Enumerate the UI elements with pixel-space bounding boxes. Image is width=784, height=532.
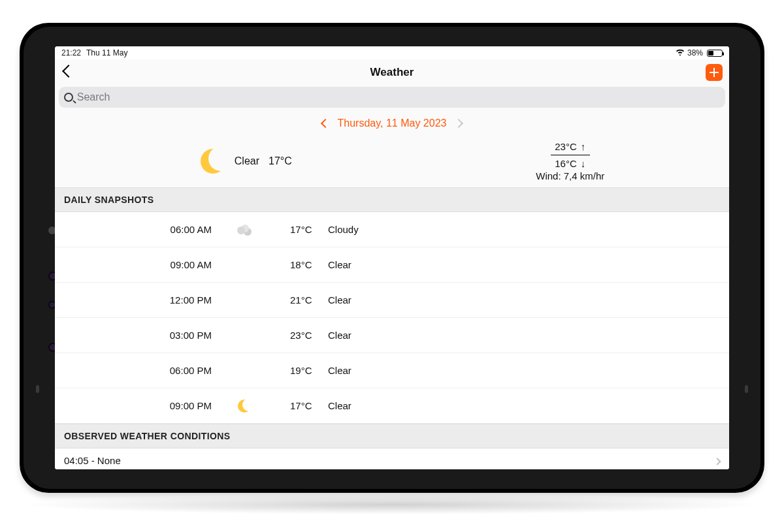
snapshot-condition: Clear [325, 365, 720, 376]
search-icon [64, 93, 73, 102]
snapshot-time: 09:00 PM [55, 400, 218, 411]
status-time: 21:22 [61, 48, 81, 57]
tablet-bezel: 21:22 Thu 11 May 38% Weather [20, 23, 764, 493]
snapshot-condition: Clear [325, 330, 720, 341]
summary-low: 16°C [555, 158, 577, 169]
content: Thursday, 11 May 2023 Clear 17°C 23°C [55, 112, 729, 469]
snapshot-temp: 21°C [290, 294, 325, 305]
observed-row-label: 04:05 - None [64, 455, 121, 466]
snapshot-condition: Clear [325, 294, 720, 305]
battery-percent: 38% [687, 48, 703, 57]
snapshot-row[interactable]: 09:00 AM18°CClear [55, 247, 729, 283]
date-label[interactable]: Thursday, 11 May 2023 [338, 117, 447, 129]
snapshot-temp: 18°C [290, 259, 325, 270]
side-button [745, 385, 748, 393]
snapshot-temp: 23°C [290, 330, 325, 341]
search-container [55, 86, 729, 112]
snapshot-row[interactable]: 03:00 PM23°CClear [55, 318, 729, 353]
page-title: Weather [55, 66, 729, 79]
divider [551, 155, 590, 155]
moon-icon [238, 399, 251, 413]
status-date: Thu 11 May [86, 48, 127, 57]
snapshot-temp: 17°C [290, 224, 325, 235]
snapshot-time: 03:00 PM [55, 330, 218, 341]
snapshot-time: 09:00 AM [55, 259, 218, 270]
snapshot-list: 06:00 AM17°CCloudy09:00 AM18°CClear12:00… [55, 212, 729, 424]
battery-icon [707, 50, 723, 57]
camera-icon [50, 302, 55, 307]
section-header-observed: OBSERVED WEATHER CONDITIONS [55, 424, 729, 448]
search-input[interactable] [77, 91, 720, 103]
snapshot-time: 12:00 PM [55, 294, 218, 305]
chevron-right-icon [713, 458, 721, 465]
snapshot-condition: Clear [325, 259, 720, 270]
summary-temp: 17°C [269, 155, 292, 167]
summary-wind: Wind: 7,4 km/hr [536, 170, 604, 181]
observed-row[interactable]: 04:05 - None [55, 448, 729, 469]
moon-icon [201, 149, 225, 174]
screen: 21:22 Thu 11 May 38% Weather [55, 46, 729, 469]
snapshot-row[interactable]: 12:00 PM21°CClear [55, 283, 729, 318]
status-bar: 21:22 Thu 11 May 38% [55, 46, 729, 59]
snapshot-condition: Cloudy [325, 224, 720, 235]
summary-condition: Clear [235, 155, 259, 167]
tablet-shadow [20, 495, 764, 514]
side-button [36, 385, 39, 393]
section-header-snapshots: DAILY SNAPSHOTS [55, 187, 729, 212]
snapshot-row[interactable]: 06:00 PM19°CClear [55, 353, 729, 388]
snapshot-icon-cell [218, 225, 270, 234]
search-field[interactable] [59, 87, 725, 108]
next-day-button[interactable] [454, 119, 463, 128]
cloudy-icon [237, 225, 252, 234]
prev-day-button[interactable] [320, 119, 329, 128]
nav-header: Weather [55, 59, 729, 86]
snapshot-temp: 17°C [290, 400, 325, 411]
date-navigator: Thursday, 11 May 2023 [55, 112, 729, 135]
snapshot-row[interactable]: 06:00 AM17°CCloudy [55, 212, 729, 247]
arrow-down-icon [581, 158, 586, 169]
summary-high: 23°C [555, 141, 577, 152]
arrow-up-icon [581, 141, 586, 152]
weather-summary: Clear 17°C 23°C 16°C Wind: 7,4 km/hr [55, 135, 729, 187]
snapshot-row[interactable]: 09:00 PM17°CClear [55, 388, 729, 424]
wifi-icon [676, 48, 685, 57]
snapshot-icon-cell [218, 399, 270, 413]
snapshot-condition: Clear [325, 400, 720, 411]
disclosure-indicator [715, 455, 720, 466]
snapshot-time: 06:00 PM [55, 365, 218, 376]
snapshot-temp: 19°C [290, 365, 325, 376]
snapshot-time: 06:00 AM [55, 224, 218, 235]
